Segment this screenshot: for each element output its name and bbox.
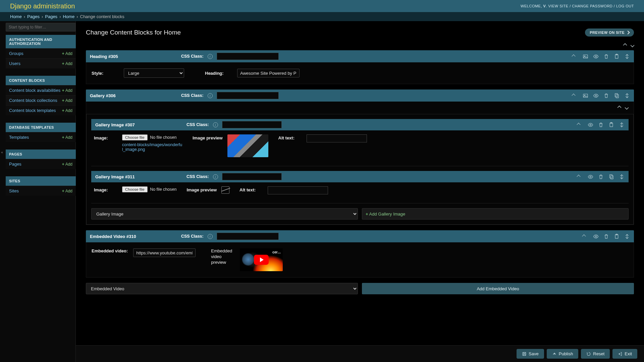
save-button[interactable]: Save — [517, 349, 544, 359]
sidebar-filter-input[interactable] — [6, 23, 76, 32]
info-icon[interactable]: i — [213, 122, 218, 127]
sidebar-add-link[interactable]: +Add — [62, 189, 72, 193]
breadcrumb-page[interactable]: Home — [63, 14, 74, 19]
info-icon[interactable]: i — [213, 174, 218, 179]
sidebar-model-link[interactable]: Pages — [9, 162, 21, 167]
video-url-input[interactable] — [133, 248, 196, 257]
collapse-icon[interactable] — [572, 93, 578, 99]
delete-icon[interactable] — [603, 234, 609, 239]
css-class-input[interactable] — [217, 233, 279, 240]
sidebar-model-link[interactable]: Groups — [9, 51, 23, 56]
sidebar-add-link[interactable]: +Add — [62, 51, 72, 56]
preview-on-site-button[interactable]: PREVIEW ON SITE — [585, 28, 634, 37]
choose-file-button[interactable]: Choose file — [122, 186, 148, 192]
info-icon[interactable]: i — [208, 93, 213, 98]
collapse-icon[interactable] — [577, 174, 583, 180]
sidebar-model-link[interactable]: Users — [9, 61, 20, 66]
svg-rect-9 — [616, 94, 619, 98]
page-title: Change Content Blocks for Home — [86, 29, 181, 36]
delete-icon[interactable] — [598, 122, 604, 128]
image-icon[interactable] — [583, 93, 588, 99]
log-out-link[interactable]: LOG OUT — [616, 4, 634, 8]
sidebar-item: Templates+Add — [6, 132, 76, 142]
image-preview — [227, 134, 268, 157]
sidebar-model-link[interactable]: Content block templates — [9, 108, 56, 113]
delete-icon[interactable] — [603, 54, 609, 59]
svg-point-2 — [595, 56, 596, 57]
sidebar-model-link[interactable]: Sites — [9, 188, 19, 193]
drag-icon[interactable] — [619, 122, 625, 128]
visibility-icon[interactable] — [593, 93, 599, 99]
sidebar-item: Pages+Add — [6, 159, 76, 169]
visibility-icon[interactable] — [593, 234, 599, 239]
css-class-input[interactable] — [222, 121, 282, 128]
sidebar-model-link[interactable]: Content block availabilities — [9, 88, 60, 93]
file-link[interactable]: content-blocks/images/wonderful_image.pn… — [122, 142, 182, 152]
drag-icon[interactable] — [619, 174, 625, 180]
drag-icon[interactable] — [624, 54, 630, 59]
add-block-type-select[interactable]: Embedded Video — [86, 283, 358, 294]
add-embedded-video-button[interactable]: Add Embedded Video — [362, 283, 634, 294]
expand-all-icon[interactable] — [631, 43, 634, 48]
video-preview[interactable]: cer… — [240, 248, 283, 271]
css-class-input[interactable] — [217, 53, 279, 60]
info-icon[interactable]: i — [208, 54, 213, 59]
block-title: Gallery Image #307 — [95, 122, 182, 127]
sidebar-add-link[interactable]: +Add — [62, 135, 72, 140]
add-gallery-image-button[interactable]: +Add Gallery Image — [362, 208, 629, 220]
sidebar-model-link[interactable]: Templates — [9, 135, 29, 140]
delete-icon[interactable] — [598, 174, 604, 180]
breadcrumb-home[interactable]: Home — [10, 14, 22, 19]
gallery-add-type-select[interactable]: Gallery Image — [91, 208, 358, 220]
visibility-icon[interactable] — [588, 174, 593, 180]
sidebar-add-link[interactable]: +Add — [62, 61, 72, 66]
sidebar-add-link[interactable]: +Add — [62, 98, 72, 103]
copy-icon[interactable] — [614, 93, 620, 99]
sidebar-item: Content block collections+Add — [6, 95, 76, 105]
heading-input[interactable] — [237, 69, 300, 77]
user-tools: WELCOME, V. VIEW SITE / CHANGE PASSWORD … — [521, 4, 634, 8]
clipboard-icon[interactable] — [614, 54, 620, 59]
collapse-all-icon[interactable] — [624, 43, 627, 48]
visibility-icon[interactable] — [588, 122, 593, 128]
sidebar-model-link[interactable]: Content block collections — [9, 98, 57, 103]
drag-icon[interactable] — [624, 234, 630, 239]
publish-button[interactable]: Publish — [547, 349, 579, 359]
info-icon[interactable]: i — [208, 234, 213, 239]
sidebar-add-link[interactable]: +Add — [62, 108, 72, 113]
collapse-icon[interactable] — [583, 234, 588, 239]
sidebar-add-link[interactable]: +Add — [62, 162, 72, 167]
change-password-link[interactable]: CHANGE PASSWORD — [572, 4, 612, 8]
svg-point-10 — [590, 124, 591, 125]
drag-icon[interactable] — [624, 93, 630, 99]
breadcrumb-pages2[interactable]: Pages — [45, 14, 57, 19]
css-class-input[interactable] — [222, 173, 282, 180]
reset-button[interactable]: Reset — [581, 349, 610, 359]
collapse-icon[interactable] — [577, 122, 583, 128]
breadcrumb-pages[interactable]: Pages — [27, 14, 40, 19]
breadcrumb-current: Change content blocks — [80, 14, 124, 19]
chevron-right-icon — [626, 31, 630, 34]
nested-expand-all-icon[interactable] — [626, 105, 628, 110]
collapse-icon[interactable] — [572, 54, 578, 59]
nested-collapse-all-icon[interactable] — [618, 105, 621, 110]
delete-icon[interactable] — [603, 93, 609, 99]
sidebar-item: Groups+Add — [6, 48, 76, 58]
sidebar-collapse-icon[interactable]: « — [0, 149, 4, 155]
choose-file-button[interactable]: Choose file — [122, 134, 148, 140]
copy-icon[interactable] — [608, 174, 614, 180]
clipboard-icon[interactable] — [608, 122, 614, 128]
css-class-input[interactable] — [217, 92, 279, 99]
block-title: Embedded Video #310 — [90, 234, 177, 239]
view-site-link[interactable]: VIEW SITE — [548, 4, 569, 8]
image-icon[interactable] — [583, 54, 588, 59]
sidebar-item: Users+Add — [6, 58, 76, 68]
exit-button[interactable]: Exit — [612, 349, 637, 359]
alt-text-input[interactable] — [307, 134, 367, 142]
alt-text-input[interactable] — [268, 186, 328, 194]
style-select[interactable]: Large — [124, 68, 184, 78]
clipboard-icon[interactable] — [614, 234, 620, 239]
visibility-icon[interactable] — [593, 54, 599, 59]
sidebar-add-link[interactable]: +Add — [62, 88, 72, 93]
sidebar-section-header: AUTHENTICATION AND AUTHORIZATION — [6, 35, 76, 48]
